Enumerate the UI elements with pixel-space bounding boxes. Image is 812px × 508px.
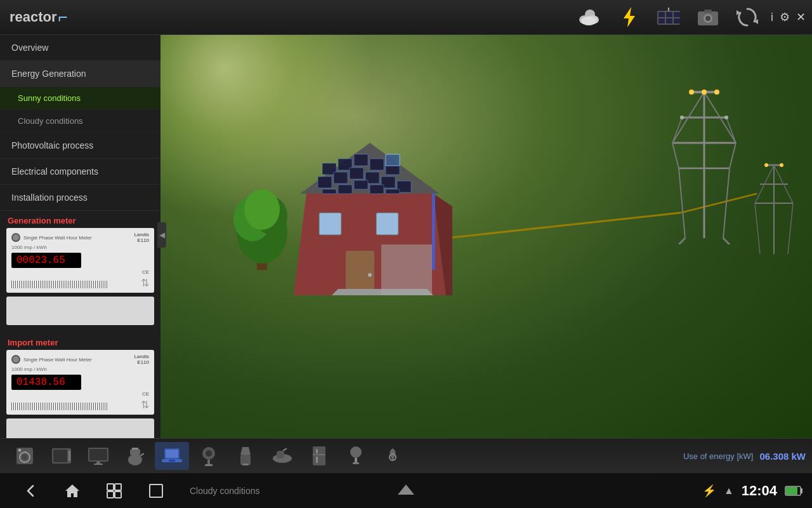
microwave-icon[interactable] xyxy=(44,442,79,470)
svg-point-69 xyxy=(680,116,684,119)
lamp-icon[interactable] xyxy=(339,442,373,470)
svg-rect-99 xyxy=(166,450,178,458)
svg-rect-11 xyxy=(674,18,680,23)
svg-line-80 xyxy=(788,203,793,254)
sidebar-item-overview[interactable]: Overview xyxy=(0,35,160,61)
solar-panel-icon[interactable] xyxy=(655,3,683,31)
svg-rect-123 xyxy=(107,491,114,498)
svg-line-62 xyxy=(679,168,685,238)
svg-line-79 xyxy=(755,203,760,254)
lightning-icon[interactable] xyxy=(615,3,643,31)
sidebar-item-energy-generation[interactable]: Energy Generation xyxy=(0,61,160,87)
house-svg xyxy=(287,117,452,295)
import-meter-barcode xyxy=(11,403,108,410)
info-icon[interactable]: i xyxy=(771,11,773,24)
svg-point-68 xyxy=(714,90,719,95)
svg-point-85 xyxy=(22,455,27,460)
svg-rect-29 xyxy=(318,177,332,188)
svg-rect-26 xyxy=(354,154,368,166)
rotate-icon[interactable] xyxy=(733,3,761,31)
logo-symbol: ⌐ xyxy=(58,8,68,27)
status-bar: Cloudy conditions ⚡ ▲ 12:04 xyxy=(0,473,812,508)
svg-rect-31 xyxy=(350,168,363,179)
refrigerator-icon[interactable] xyxy=(302,442,336,470)
weather-icon[interactable] xyxy=(576,3,604,31)
generation-meter-indicator xyxy=(11,233,20,242)
svg-rect-110 xyxy=(277,451,284,458)
import-meter-card: Single Phase Watt Hour Meter Landis E110… xyxy=(6,350,154,415)
svg-rect-88 xyxy=(53,450,67,462)
svg-point-44 xyxy=(368,273,372,277)
import-meter-arrows: ⇅ xyxy=(141,399,149,411)
svg-line-96 xyxy=(140,453,144,456)
energy-spiral-icon[interactable] xyxy=(376,442,410,470)
svg-marker-107 xyxy=(240,447,251,455)
svg-rect-10 xyxy=(666,18,672,23)
svg-point-66 xyxy=(689,90,694,95)
svg-rect-9 xyxy=(658,18,665,23)
sidebar-collapse-button[interactable]: ◀ xyxy=(157,222,166,248)
generation-meter-label: Single Phase Watt Hour Meter xyxy=(23,235,92,241)
svg-line-19 xyxy=(446,213,681,238)
scene-view[interactable] xyxy=(160,35,812,444)
recent-apps-button[interactable] xyxy=(98,479,130,503)
svg-point-52 xyxy=(244,189,280,230)
monitor-icon[interactable] xyxy=(81,442,115,470)
svg-rect-41 xyxy=(319,213,341,235)
generation-meter-bottom xyxy=(6,297,154,325)
svg-point-82 xyxy=(780,163,783,167)
system-time: 12:04 xyxy=(742,483,777,499)
svg-rect-117 xyxy=(355,458,357,463)
iron-icon[interactable] xyxy=(265,442,299,470)
generation-meter-arrows: ⇅ xyxy=(141,277,149,289)
svg-rect-27 xyxy=(370,159,384,170)
house-3d xyxy=(287,117,452,295)
svg-rect-115 xyxy=(316,457,318,463)
sidebar-item-sunny-conditions[interactable]: Sunny conditions xyxy=(0,87,160,110)
appliance-bar: Use of energy [kW] 06.308 kW xyxy=(0,438,812,473)
blender-icon[interactable] xyxy=(228,442,263,470)
svg-rect-16 xyxy=(704,10,712,13)
laptop-icon[interactable] xyxy=(155,442,189,470)
energy-value: 06.308 kW xyxy=(759,451,806,462)
svg-line-71 xyxy=(679,238,685,244)
generation-meter-display: 00023.65 xyxy=(11,253,81,268)
home-button[interactable] xyxy=(56,479,88,503)
close-window-icon[interactable]: ✕ xyxy=(796,10,806,24)
logo-text: reactor xyxy=(10,9,57,25)
svg-rect-36 xyxy=(338,185,352,194)
back-button[interactable] xyxy=(15,479,46,503)
mixer-icon[interactable] xyxy=(192,442,226,470)
svg-rect-8 xyxy=(674,12,680,17)
svg-rect-129 xyxy=(786,487,797,495)
import-meter-section: Import meter Single Phase Watt Hour Mete… xyxy=(0,333,160,452)
sidebar-item-cloudy-conditions[interactable]: Cloudy conditions xyxy=(0,110,160,133)
washing-machine-icon[interactable] xyxy=(8,442,42,470)
settings-gear-icon[interactable]: ⚙ xyxy=(780,10,790,24)
svg-point-116 xyxy=(350,446,362,458)
import-meter-display: 01438.56 xyxy=(11,375,81,390)
svg-rect-43 xyxy=(346,251,374,295)
app-logo: reactor⌐ xyxy=(10,8,68,27)
svg-marker-126 xyxy=(398,485,414,495)
svg-point-103 xyxy=(206,450,212,457)
sidebar-item-installation[interactable]: Installation process xyxy=(0,185,160,211)
system-status-icons: ⚡ ▲ 12:04 xyxy=(702,483,802,499)
svg-rect-122 xyxy=(115,484,121,490)
menu-button[interactable] xyxy=(140,479,172,503)
svg-rect-104 xyxy=(207,460,210,465)
sidebar-item-electrical[interactable]: Electrical components xyxy=(0,159,160,185)
camera-icon[interactable] xyxy=(694,3,722,31)
sidebar-item-photovoltaic[interactable]: Photovoltaic process xyxy=(0,133,160,159)
generation-meter-brand: Landis E110 xyxy=(134,232,149,243)
svg-marker-4 xyxy=(624,7,635,27)
svg-rect-39 xyxy=(386,189,400,194)
energy-label: Use of energy [kW] xyxy=(683,451,754,461)
scroll-up-button[interactable] xyxy=(396,483,416,498)
generation-meter-specs: 1000 imp / kWh xyxy=(11,244,149,250)
kettle-icon[interactable] xyxy=(118,442,152,470)
battery-icon xyxy=(785,485,802,497)
svg-rect-125 xyxy=(150,485,162,497)
svg-rect-106 xyxy=(240,455,251,465)
svg-line-63 xyxy=(723,168,730,238)
